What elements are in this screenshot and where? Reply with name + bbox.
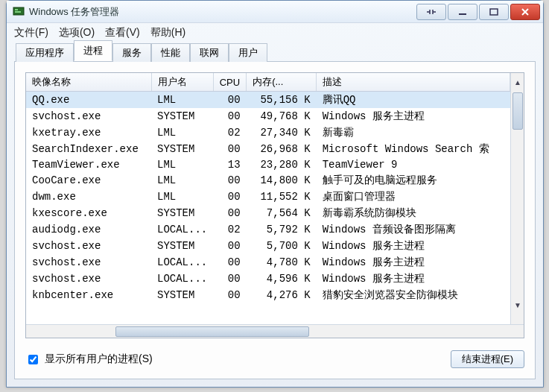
process-row[interactable]: knbcenter.exeSYSTEM004,276 K猎豹安全浏览器安全防御模… [26, 287, 510, 303]
restore-icon [426, 8, 437, 16]
column-header-image-name[interactable]: 映像名称 [26, 73, 151, 92]
horizontal-scrollbar[interactable] [26, 324, 524, 338]
horizontal-scroll-thumb[interactable] [115, 326, 309, 337]
menu-help[interactable]: 帮助(H) [150, 26, 185, 39]
cell-user-name: LOCAL... [151, 221, 213, 238]
cell-image-name: svchost.exe [26, 254, 151, 271]
cell-description: 触手可及的电脑远程服务 [317, 172, 510, 189]
minimize-icon [458, 8, 467, 16]
close-button[interactable] [510, 4, 540, 20]
column-header-cpu[interactable]: CPU [213, 73, 246, 92]
cell-user-name: LML [151, 189, 213, 205]
process-row[interactable]: SearchIndexer.exeSYSTEM0026,968 KMicroso… [26, 141, 510, 157]
title-bar[interactable]: Windows 任务管理器 [7, 1, 543, 23]
tab-applications[interactable]: 应用程序 [16, 43, 74, 62]
end-process-button[interactable]: 结束进程(E) [451, 350, 524, 368]
cell-memory: 23,280 K [247, 157, 317, 172]
show-all-users-checkbox[interactable]: 显示所有用户的进程(S) [25, 353, 153, 367]
vertical-scrollbar[interactable]: ▲ ▼ [510, 73, 524, 324]
column-header-description[interactable]: 描述 [317, 73, 510, 92]
column-header-user-name[interactable]: 用户名 [151, 73, 213, 92]
cell-image-name: dwm.exe [26, 189, 151, 205]
process-row[interactable]: svchost.exeSYSTEM0049,768 KWindows 服务主进程 [26, 108, 510, 124]
process-row[interactable]: kxescore.exeSYSTEM007,564 K新毒霸系统防御模块 [26, 205, 510, 221]
process-row[interactable]: CooCare.exeLML0014,800 K触手可及的电脑远程服务 [26, 172, 510, 189]
cell-user-name: LML [151, 92, 213, 109]
cell-image-name: QQ.exe [26, 92, 151, 109]
cell-user-name: SYSTEM [151, 108, 213, 124]
cell-user-name: SYSTEM [151, 287, 213, 303]
tab-networking[interactable]: 联网 [190, 43, 229, 62]
cell-memory: 5,792 K [247, 221, 317, 238]
cell-description: Windows 服务主进程 [317, 254, 510, 271]
cell-cpu: 00 [213, 92, 246, 109]
cell-description: Windows 服务主进程 [317, 271, 510, 287]
cell-image-name: SearchIndexer.exe [26, 141, 151, 157]
tab-users[interactable]: 用户 [229, 43, 267, 62]
cell-image-name: svchost.exe [26, 238, 151, 254]
cell-memory: 5,700 K [247, 238, 317, 254]
close-icon [521, 8, 530, 16]
tab-strip: 应用程序 进程 服务 性能 联网 用户 [14, 42, 536, 62]
cell-user-name: LOCAL... [151, 271, 213, 287]
cell-image-name: audiodg.exe [26, 221, 151, 238]
cell-description: Windows 服务主进程 [317, 238, 510, 254]
cell-memory: 14,800 K [247, 172, 317, 189]
cell-memory: 27,340 K [247, 124, 317, 141]
menu-view[interactable]: 查看(V) [105, 26, 140, 39]
task-manager-window: Windows 任务管理器 文件(F) 选项(O) 查看(V) 帮助(H) 应用… [6, 0, 544, 388]
processes-pane: 映像名称 用户名 CPU 内存(... 描述 QQ.exeLML0055,156… [14, 62, 536, 379]
cell-memory: 55,156 K [247, 92, 317, 109]
cell-description: 新毒霸 [317, 124, 510, 141]
cell-image-name: svchost.exe [26, 108, 151, 124]
scroll-up-icon[interactable]: ▲ [512, 76, 523, 88]
window-controls [415, 4, 540, 20]
cell-cpu: 02 [213, 221, 246, 238]
process-list[interactable]: 映像名称 用户名 CPU 内存(... 描述 QQ.exeLML0055,156… [25, 72, 524, 338]
process-row[interactable]: svchost.exeLOCAL...004,596 KWindows 服务主进… [26, 271, 510, 287]
cell-description: Microsoft Windows Search 索 [317, 141, 510, 157]
cell-user-name: LML [151, 172, 213, 189]
menu-options[interactable]: 选项(O) [59, 26, 95, 39]
cell-cpu: 00 [213, 238, 246, 254]
cell-image-name: kxescore.exe [26, 205, 151, 221]
column-header-memory[interactable]: 内存(... [247, 73, 317, 92]
cell-image-name: CooCare.exe [26, 172, 151, 189]
scroll-down-icon[interactable]: ▼ [512, 299, 523, 311]
cell-user-name: SYSTEM [151, 238, 213, 254]
cell-memory: 49,768 K [247, 108, 317, 124]
tab-services[interactable]: 服务 [112, 43, 151, 62]
cell-description: 桌面窗口管理器 [317, 189, 510, 205]
maximize-button[interactable] [479, 4, 509, 20]
cell-description: Windows 服务主进程 [317, 108, 510, 124]
cell-cpu: 00 [213, 254, 246, 271]
footer: 显示所有用户的进程(S) 结束进程(E) [25, 338, 524, 368]
process-row[interactable]: audiodg.exeLOCAL...025,792 KWindows 音频设备… [26, 221, 510, 238]
cell-memory: 4,780 K [247, 254, 317, 271]
cell-cpu: 00 [213, 271, 246, 287]
cell-user-name: SYSTEM [151, 141, 213, 157]
cell-memory: 4,596 K [247, 271, 317, 287]
process-row[interactable]: QQ.exeLML0055,156 K腾讯QQ [26, 92, 510, 109]
process-row[interactable]: dwm.exeLML0011,552 K桌面窗口管理器 [26, 189, 510, 205]
tab-processes[interactable]: 进程 [74, 40, 112, 61]
cell-user-name: SYSTEM [151, 205, 213, 221]
minimize-button[interactable] [448, 4, 477, 20]
tab-performance[interactable]: 性能 [151, 43, 190, 62]
process-row[interactable]: TeamViewer.exeLML1323,280 KTeamViewer 9 [26, 157, 510, 172]
maximize-icon [489, 8, 498, 16]
svg-rect-2 [15, 11, 21, 13]
process-row[interactable]: svchost.exeSYSTEM005,700 KWindows 服务主进程 [26, 238, 510, 254]
process-row[interactable]: kxetray.exeLML0227,340 K新毒霸 [26, 124, 510, 141]
cell-description: 新毒霸系统防御模块 [317, 205, 510, 221]
process-row[interactable]: svchost.exeLOCAL...004,780 KWindows 服务主进… [26, 254, 510, 271]
vertical-scroll-thumb[interactable] [512, 92, 523, 130]
cell-user-name: LML [151, 124, 213, 141]
cell-cpu: 00 [213, 287, 246, 303]
cell-memory: 4,276 K [247, 287, 317, 303]
cell-cpu: 02 [213, 124, 246, 141]
show-all-users-input[interactable] [28, 355, 38, 364]
restore-button[interactable] [416, 4, 446, 20]
menu-file[interactable]: 文件(F) [14, 26, 48, 39]
cell-cpu: 00 [213, 141, 246, 157]
